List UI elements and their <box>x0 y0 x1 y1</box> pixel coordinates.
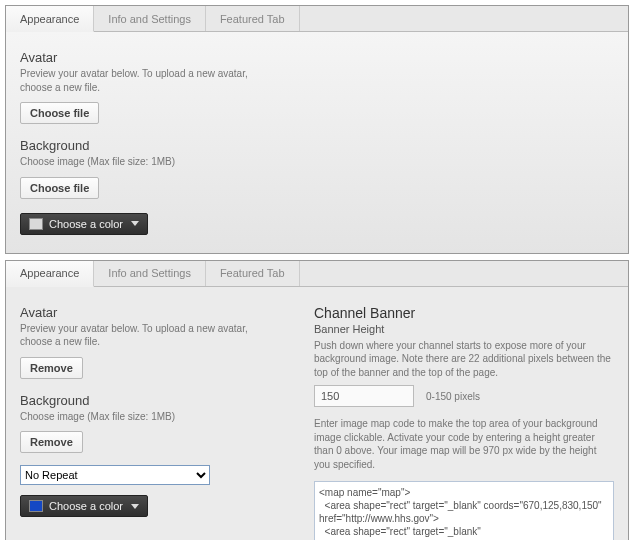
tab-bar: Appearance Info and Settings Featured Ta… <box>6 261 628 287</box>
choose-color-button[interactable]: Choose a color <box>20 213 148 235</box>
image-map-code-textarea[interactable] <box>314 481 614 540</box>
background-title: Background <box>20 138 614 153</box>
avatar-title: Avatar <box>20 50 614 65</box>
avatar-hint: Preview your avatar below. To upload a n… <box>20 67 250 94</box>
right-column: Channel Banner Banner Height Push down w… <box>314 301 614 541</box>
panel-content: Avatar Preview your avatar below. To upl… <box>6 32 628 253</box>
background-remove-button[interactable]: Remove <box>20 431 83 453</box>
choose-color-button[interactable]: Choose a color <box>20 495 148 517</box>
left-column: Avatar Preview your avatar below. To upl… <box>20 301 286 541</box>
tab-appearance[interactable]: Appearance <box>6 6 94 32</box>
panel-content: Avatar Preview your avatar below. To upl… <box>6 287 628 541</box>
tab-info-settings[interactable]: Info and Settings <box>94 6 206 31</box>
color-swatch-icon <box>29 218 43 230</box>
background-title: Background <box>20 393 286 408</box>
banner-range-label: 0-150 pixels <box>426 391 480 402</box>
background-hint: Choose image (Max file size: 1MB) <box>20 410 286 424</box>
choose-color-label: Choose a color <box>49 500 123 512</box>
choose-color-label: Choose a color <box>49 218 123 230</box>
avatar-remove-button[interactable]: Remove <box>20 357 83 379</box>
tab-featured[interactable]: Featured Tab <box>206 6 300 31</box>
background-choose-file-button[interactable]: Choose file <box>20 177 99 199</box>
settings-panel-bottom: Appearance Info and Settings Featured Ta… <box>5 260 629 541</box>
background-repeat-select[interactable]: No Repeat <box>20 465 210 485</box>
tab-info-settings[interactable]: Info and Settings <box>94 261 206 286</box>
avatar-hint: Preview your avatar below. To upload a n… <box>20 322 250 349</box>
tab-featured[interactable]: Featured Tab <box>206 261 300 286</box>
settings-panel-top: Appearance Info and Settings Featured Ta… <box>5 5 629 254</box>
banner-height-row: 0-150 pixels <box>314 385 614 407</box>
background-hint: Choose image (Max file size: 1MB) <box>20 155 614 169</box>
channel-banner-title: Channel Banner <box>314 305 614 321</box>
avatar-choose-file-button[interactable]: Choose file <box>20 102 99 124</box>
banner-hint-1: Push down where your channel starts to e… <box>314 339 614 380</box>
avatar-title: Avatar <box>20 305 286 320</box>
chevron-down-icon <box>131 504 139 509</box>
color-swatch-icon <box>29 500 43 512</box>
tab-appearance[interactable]: Appearance <box>6 261 94 287</box>
banner-height-label: Banner Height <box>314 323 614 335</box>
banner-height-input[interactable] <box>314 385 414 407</box>
banner-hint-2: Enter image map code to make the top are… <box>314 417 614 471</box>
chevron-down-icon <box>131 221 139 226</box>
tab-bar: Appearance Info and Settings Featured Ta… <box>6 6 628 32</box>
